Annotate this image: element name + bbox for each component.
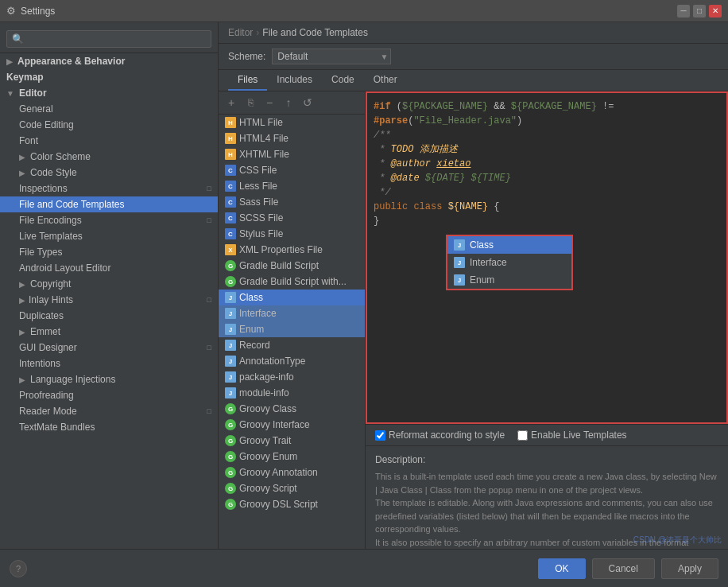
sidebar-item-emmet[interactable]: ▶ Emmet	[0, 324, 218, 340]
groovy-enum-icon: G	[225, 451, 236, 462]
list-item[interactable]: J Record	[219, 337, 365, 353]
tab-code[interactable]: Code	[322, 70, 364, 91]
sidebar-item-android-layout[interactable]: Android Layout Editor	[0, 260, 218, 276]
sidebar-item-color-scheme[interactable]: ▶ Color Scheme	[0, 149, 218, 165]
reset-template-button[interactable]: ↺	[300, 95, 316, 111]
sidebar-item-reader-mode[interactable]: Reader Mode □	[0, 403, 218, 419]
enum-dd-icon: J	[454, 274, 465, 286]
list-item[interactable]: J Enum	[219, 321, 365, 337]
search-input[interactable]	[6, 30, 211, 48]
cancel-button[interactable]: Cancel	[592, 558, 655, 579]
list-item[interactable]: G Groovy Script	[219, 480, 365, 496]
apply-button[interactable]: Apply	[661, 558, 718, 579]
enable-live-label: Enable Live Templates	[531, 430, 627, 441]
list-item[interactable]: G Gradle Build Script	[219, 258, 365, 274]
sidebar-item-live-templates[interactable]: Live Templates	[0, 228, 218, 244]
enable-live-checkbox[interactable]	[517, 430, 528, 441]
sidebar-item-textmate[interactable]: TextMate Bundles	[0, 419, 218, 435]
sidebar-item-editor[interactable]: ▼ Editor	[0, 85, 218, 101]
tab-includes[interactable]: Includes	[267, 70, 322, 91]
sidebar-item-file-encodings[interactable]: File Encodings □	[0, 212, 218, 228]
groovy-interface-icon: G	[225, 419, 236, 430]
list-item[interactable]: G Groovy DSL Script	[219, 496, 365, 512]
list-item[interactable]: C Less File	[219, 178, 365, 194]
list-item[interactable]: X XML Properties File	[219, 242, 365, 258]
add-template-button[interactable]: +	[223, 95, 239, 111]
list-item[interactable]: J package-info	[219, 369, 365, 385]
class-icon: J	[225, 292, 236, 303]
sidebar-item-language-injections[interactable]: ▶ Language Injections	[0, 371, 218, 387]
dropdown-item-enum[interactable]: J Enum	[447, 271, 571, 289]
sidebar-item-inspections[interactable]: Inspections □	[0, 181, 218, 196]
breadcrumb-sep: ›	[256, 27, 259, 38]
list-item[interactable]: G Gradle Build Script with...	[219, 274, 365, 290]
template-list: + ⎘ − ↑ ↺ H HTML File H HTML4 File	[219, 91, 366, 549]
list-item[interactable]: G Groovy Enum	[219, 449, 365, 465]
groovy-script-icon: G	[225, 483, 236, 494]
list-item[interactable]: H HTML File	[219, 115, 365, 130]
list-item[interactable]: G Groovy Class	[219, 401, 365, 417]
list-item[interactable]: J Interface	[219, 305, 365, 321]
sidebar-item-general[interactable]: General	[0, 101, 218, 117]
list-item[interactable]: J module-info	[219, 385, 365, 401]
list-item[interactable]: C Stylus File	[219, 226, 365, 242]
expand-icon2: ▶	[19, 169, 25, 177]
dropdown-item-class[interactable]: J Class	[447, 236, 571, 254]
sidebar-item-duplicates[interactable]: Duplicates	[0, 308, 218, 324]
minimize-button[interactable]: ─	[677, 5, 690, 17]
list-item[interactable]: G Groovy Trait	[219, 433, 365, 449]
sidebar-item-font[interactable]: Font	[0, 133, 218, 149]
stylus-file-icon: C	[225, 228, 236, 239]
sidebar-item-proofreading[interactable]: Proofreading	[0, 387, 218, 403]
interface-dd-icon: J	[454, 257, 465, 268]
reformat-checkbox[interactable]	[375, 430, 385, 441]
copy-template-button[interactable]: ⎘	[242, 95, 258, 111]
ok-button[interactable]: OK	[538, 558, 585, 579]
sidebar-item-file-types[interactable]: File Types	[0, 244, 218, 260]
sidebar: ▶ Appearance & Behavior Keymap ▼ Editor …	[0, 22, 219, 549]
move-up-button[interactable]: ↑	[281, 95, 296, 111]
sidebar-item-code-editing[interactable]: Code Editing	[0, 117, 218, 133]
sidebar-item-copyright[interactable]: ▶ Copyright	[0, 276, 218, 292]
list-item[interactable]: G Groovy Annotation	[219, 465, 365, 480]
list-item[interactable]: C CSS File	[219, 162, 365, 178]
code-line: * TODO 添加描述	[374, 142, 720, 157]
tab-other[interactable]: Other	[364, 70, 407, 91]
collapse-arrow-icon: ▼	[6, 89, 14, 98]
list-item[interactable]: G Groovy Interface	[219, 417, 365, 433]
description-text: This is a built-in template used each ti…	[375, 470, 718, 549]
scheme-select[interactable]: Default Project	[272, 49, 391, 64]
list-item[interactable]: H HTML4 File	[219, 130, 365, 146]
sidebar-item-gui-designer[interactable]: GUI Designer □	[0, 340, 218, 356]
description-area: Description: This is a built-in template…	[366, 445, 728, 549]
sidebar-item-appearance[interactable]: ▶ Appearance & Behavior	[0, 53, 218, 69]
breadcrumb: Editor › File and Code Templates	[219, 22, 728, 44]
code-line: public class ${NAME} {	[374, 200, 720, 214]
record-icon: J	[225, 340, 236, 351]
groovy-class-icon: G	[225, 403, 236, 414]
sidebar-item-inlay-hints[interactable]: ▶ Inlay Hints □	[0, 292, 218, 308]
list-item[interactable]: C Sass File	[219, 194, 365, 210]
code-line: #parse("File_Header.java")	[374, 114, 720, 128]
code-line: */	[374, 185, 720, 200]
pkg-info-icon: J	[225, 371, 236, 383]
template-toolbar: + ⎘ − ↑ ↺	[219, 91, 365, 115]
sidebar-item-intentions[interactable]: Intentions	[0, 356, 218, 371]
list-item[interactable]: J AnnotationType	[219, 353, 365, 369]
remove-template-button[interactable]: −	[261, 95, 277, 111]
options-row: Reformat according to style Enable Live …	[366, 424, 728, 445]
tab-files[interactable]: Files	[228, 70, 267, 91]
list-item[interactable]: H XHTML File	[219, 146, 365, 162]
sidebar-item-keymap[interactable]: Keymap	[0, 69, 218, 85]
sass-file-icon: C	[225, 196, 236, 208]
sidebar-item-code-style[interactable]: ▶ Code Style	[0, 165, 218, 181]
list-item[interactable]: J Class	[219, 290, 365, 305]
code-line: #if (${PACKAGE_NAME} && ${PACKAGE_NAME} …	[374, 99, 720, 114]
gradle-icon: G	[225, 260, 236, 271]
sidebar-item-file-code-templates[interactable]: File and Code Templates	[0, 196, 218, 212]
list-item[interactable]: C SCSS File	[219, 210, 365, 226]
dropdown-item-interface[interactable]: J Interface	[447, 254, 571, 271]
close-button[interactable]: ✕	[709, 5, 722, 17]
help-button[interactable]: ?	[10, 560, 27, 577]
maximize-button[interactable]: □	[693, 5, 706, 17]
